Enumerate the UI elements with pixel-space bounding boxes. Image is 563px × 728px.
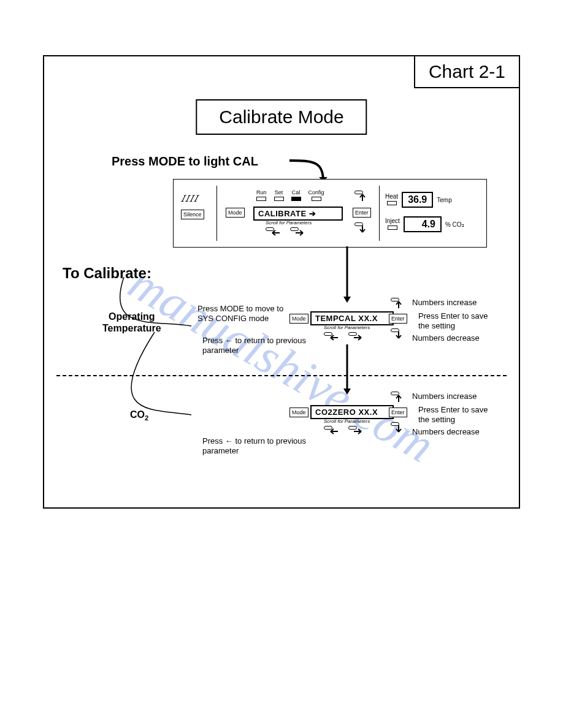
step2-down-note: Numbers decrease [412, 427, 480, 437]
mode-config-note: Press MODE to move to SYS CONFIG mode [197, 304, 289, 324]
section-co2: CO2 [130, 409, 148, 423]
step2-down-button[interactable] [391, 422, 399, 426]
mode-button[interactable]: Mode [226, 208, 245, 218]
step2-right-button[interactable] [348, 426, 357, 430]
step2-return-note: Press ← to return to previous parameter [202, 436, 313, 457]
temp-label: Temp [437, 197, 451, 203]
led-run [256, 197, 266, 201]
silence-button[interactable]: Silence [181, 210, 204, 219]
chart-number-label: Chart 2-1 [414, 55, 520, 88]
step2-enter-button[interactable]: Enter [389, 408, 407, 417]
step2-mode-button[interactable]: Mode [289, 408, 308, 417]
co2-subscript: 2 [145, 414, 148, 422]
silence-group: 𝘐𝘐𝘐𝘐 Silence [181, 193, 215, 219]
co2-value: 4.9 [404, 216, 442, 232]
inject-readout-row: Inject 4.9 % CO₂ [385, 216, 464, 232]
step1-left-button[interactable] [324, 332, 332, 336]
down-button[interactable] [354, 222, 363, 226]
scroll-left-button[interactable] [266, 227, 274, 231]
step2-up-button[interactable] [391, 392, 399, 395]
diagram-frame: Chart 2-1 Calibrate Mode Press MODE to l… [43, 55, 520, 509]
led-label-cal: Cal [292, 189, 301, 195]
step2-up-note: Numbers increase [412, 392, 477, 401]
step1-enter-note: Press Enter to save the setting [418, 311, 492, 332]
step1-mode-button[interactable]: Mode [289, 314, 308, 324]
heat-led [387, 201, 397, 205]
step2-left-button[interactable] [324, 426, 332, 430]
led-set [274, 197, 284, 201]
step1-down-button[interactable] [391, 328, 399, 332]
co2-label: % CO₂ [445, 221, 464, 228]
step1-down-note: Numbers decrease [412, 333, 480, 343]
heat-readout-row: Heat 36.9 Temp [385, 192, 452, 208]
main-display: CALIBRATE ➔ [253, 207, 343, 221]
instruction-press-mode: Press MODE to light CAL [112, 154, 258, 169]
step1-enter-button[interactable]: Enter [389, 314, 407, 324]
scroll-right-button[interactable] [290, 227, 299, 231]
led-cal [291, 197, 301, 201]
section-divider [56, 375, 507, 376]
step2-enter-note: Press Enter to save the setting [418, 405, 492, 425]
step1-display: TEMPCAL XX.X [310, 311, 394, 325]
step1-scroll-hint: Scroll for Parameters [324, 325, 370, 330]
led-config [312, 197, 321, 201]
step1-up-button[interactable] [391, 298, 399, 301]
step1-up-note: Numbers increase [412, 298, 477, 308]
enter-button[interactable]: Enter [353, 208, 371, 218]
alarm-icon: 𝘐𝘐𝘐𝘐 [181, 193, 215, 204]
section-operating-temperature: Operating Temperature [102, 311, 161, 334]
co2-text: CO [130, 409, 145, 420]
led-label-config: Config [308, 189, 324, 195]
up-button[interactable] [354, 191, 363, 194]
step1-return-note: Press ← to return to previous parameter [202, 336, 313, 356]
scroll-hint: Scroll for Parameters [266, 220, 312, 226]
led-label-set: Set [275, 189, 283, 195]
arrow-step1-to-step2 [343, 344, 356, 400]
step1-right-button[interactable] [348, 332, 357, 336]
inject-label: Inject [385, 218, 400, 224]
arrow-panel-to-step1 [343, 246, 356, 308]
led-label-run: Run [256, 189, 267, 195]
step2-display: CO2ZERO XX.X [310, 405, 394, 419]
heat-label: Heat [385, 193, 398, 200]
temp-value: 36.9 [402, 192, 433, 208]
inject-led [388, 226, 397, 230]
step2-scroll-hint: Scroll for Parameters [324, 419, 370, 424]
led-row: Run Set Cal Config [256, 189, 324, 202]
diagram-title: Calibrate Mode [196, 99, 367, 135]
control-panel: 𝘐𝘐𝘐𝘐 Silence Mode Run Set Cal Config CAL… [173, 179, 487, 248]
